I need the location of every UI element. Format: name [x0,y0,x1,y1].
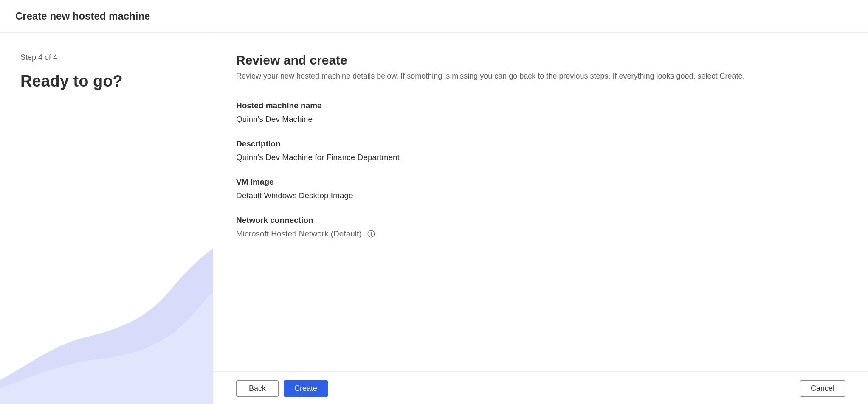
main-content: Review and create Review your new hosted… [213,33,868,404]
footer: Back Create Cancel [213,371,868,404]
sidebar-heading: Ready to go? [20,72,192,90]
field-label: Description [236,139,845,149]
layout: Step 4 of 4 Ready to go? Review and crea… [0,33,868,404]
sidebar: Step 4 of 4 Ready to go? [0,33,213,404]
field-hosted-machine-name: Hosted machine name Quinn's Dev Machine [236,101,845,124]
field-value: Quinn's Dev Machine [236,115,845,124]
field-vm-image: VM image Default Windows Desktop Image [236,177,845,200]
footer-right: Cancel [800,380,845,397]
field-label: Network connection [236,216,845,225]
field-label: VM image [236,177,845,187]
header: Create new hosted machine [0,0,868,33]
decorative-wave [0,236,213,404]
field-value: Quinn's Dev Machine for Finance Departme… [236,153,845,162]
field-description: Description Quinn's Dev Machine for Fina… [236,139,845,162]
main-title: Review and create [236,53,845,67]
svg-rect-2 [371,233,372,236]
field-value-text: Microsoft Hosted Network (Default) [236,229,362,238]
back-button[interactable]: Back [236,380,279,397]
field-value: Default Windows Desktop Image [236,191,845,200]
info-icon[interactable] [367,230,375,238]
field-network-connection: Network connection Microsoft Hosted Netw… [236,216,845,238]
footer-left: Back Create [236,380,328,397]
main-subtitle: Review your new hosted machine details b… [236,72,845,81]
cancel-button[interactable]: Cancel [800,380,845,397]
step-indicator: Step 4 of 4 [20,53,192,62]
field-value: Microsoft Hosted Network (Default) [236,229,845,238]
page-title: Create new hosted machine [15,10,853,22]
create-button[interactable]: Create [284,380,328,397]
svg-point-1 [371,232,372,233]
field-label: Hosted machine name [236,101,845,110]
